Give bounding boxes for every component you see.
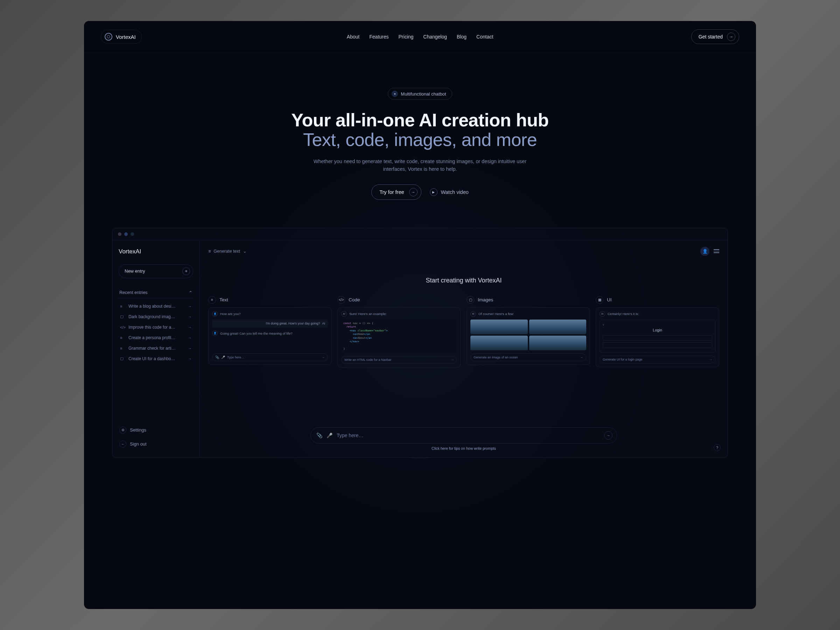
mic-icon: 🎤 [327,433,333,438]
text-icon: ≡ [208,296,216,304]
arrow-right-icon: → [188,346,192,351]
card-header-text: ≡ Text [208,296,332,304]
user-avatar-icon: 👤 [212,311,218,317]
recent-entries-list: ≡ Write a blog about desi… → ▢ Dark back… [118,302,193,364]
send-button[interactable]: → [604,431,613,440]
app-preview: VortexAI New entry + Recent entries ⌃ ≡ … [112,228,728,458]
entry-item[interactable]: ▢ Create UI for a dashbo… → [118,354,193,364]
sidebar-footer: ⚙ Settings ← Sign out [118,418,193,450]
user-avatar[interactable]: 👤 [700,247,709,256]
entry-item[interactable]: ≡ Grammar check for arti… → [118,343,193,353]
nav-blog[interactable]: Blog [457,34,467,39]
plus-icon: + [182,267,190,275]
hero-description: Whether you need to generate text, write… [311,158,529,173]
signout-button[interactable]: ← Sign out [118,439,193,450]
text-icon: ≡ [120,304,125,308]
card-input[interactable]: 📎 🎤 Type here… → [212,354,328,361]
entry-item[interactable]: </> Improve this code for a… → [118,322,193,332]
text-icon: ≡ [120,336,125,340]
nav-features[interactable]: Features [369,34,388,39]
placeholder: Generate UI for a login page [603,358,643,361]
ui-card[interactable]: AI Certainly! Here's it is: ‹ Login Gene… [596,307,719,367]
recent-entries-label: Recent entries [119,290,148,295]
nav-about[interactable]: About [347,34,360,39]
try-for-free-button[interactable]: Try for free → [371,185,421,200]
hero-badge-text: Multifunctional chatbot [401,92,446,96]
get-started-button[interactable]: Get started → [691,29,739,44]
nav-contact[interactable]: Contact [476,34,493,39]
main-nav: About Features Pricing Changelog Blog Co… [347,34,494,39]
text-icon: ≡ [120,346,125,351]
menu-icon[interactable] [714,249,719,253]
recent-entries-header[interactable]: Recent entries ⌃ [118,287,193,298]
sidebar: VortexAI New entry + Recent entries ⌃ ≡ … [112,240,200,458]
prompt-tip: Click here for tips on how write prompts [208,446,719,450]
composer-input[interactable]: 📎 🎤 Type here… → [311,427,617,444]
new-entry-button[interactable]: New entry + [118,264,193,278]
card-title: UI [607,297,612,302]
chat-msg: AI Sure! Here's an example: [341,311,457,317]
image-thumb [529,336,587,351]
code-preview: const nav = () => { return ( <nav classN… [341,319,457,353]
msg-text: I'm doing great. How's your day going? [266,322,320,326]
entry-label: Improve this code for a… [128,325,185,330]
placeholder: Type here… [227,355,244,359]
entry-item[interactable]: ▢ Dark background imag… → [118,312,193,322]
mode-selector[interactable]: ≡ Generate text ⌄ [208,248,247,254]
nav-pricing[interactable]: Pricing [399,34,414,39]
arrow-right-icon: → [580,355,583,359]
card-input[interactable]: Write an HTML code for a Navbar → [341,356,457,364]
user-avatar-icon: 👤 [212,330,218,336]
brand-name: VortexAI [116,34,136,40]
page-frame: VortexAI About Features Pricing Changelo… [84,21,756,609]
settings-label: Settings [130,427,146,433]
nav-changelog[interactable]: Changelog [423,34,447,39]
get-started-label: Get started [699,34,723,39]
try-for-free-label: Try for free [379,189,404,195]
card-title: Images [478,297,493,302]
ai-avatar-icon: AI [471,311,476,317]
new-entry-label: New entry [125,268,145,274]
chat-msg: AI Certainly! Here's it is: [600,311,715,317]
arrow-right-icon: → [409,188,418,196]
chat-msg: I'm doing great. How's your day going? A… [212,319,328,328]
entry-item[interactable]: ≡ Create a persona profil… → [118,333,193,343]
sparkle-icon: ✦ [392,91,398,97]
entry-item[interactable]: ≡ Write a blog about desi… → [118,302,193,311]
code-icon: </> [337,296,345,304]
brand-badge[interactable]: VortexAI [101,30,142,44]
tip-link[interactable]: here [441,446,448,450]
window-dot-max [131,232,134,236]
field-preview [603,342,712,348]
image-grid [471,319,586,351]
images-card[interactable]: AI Of course! Here's a few: Generate an [467,307,590,365]
chat-msg: AI Of course! Here's a few: [471,311,586,317]
chevron-up-icon: ⌃ [189,290,193,295]
watch-video-button[interactable]: ▶ Watch video [430,188,469,196]
msg-text: Sure! Here's an example: [349,312,387,316]
image-thumb [471,319,528,334]
brand-logo-icon [105,33,112,41]
hero-badge: ✦ Multifunctional chatbot [388,88,452,100]
main-title: Start creating with VortexAI [208,277,719,284]
chevron-down-icon: ⌄ [243,248,247,254]
gear-icon: ⚙ [119,427,126,434]
arrow-right-icon: → [188,325,192,329]
card-input[interactable]: Generate an image of an ocean → [471,354,586,361]
placeholder: Write an HTML code for a Navbar [344,358,391,362]
card-input[interactable]: Generate UI for a login page → [600,355,715,363]
arrow-right-icon: → [188,357,192,361]
msg-text: Certainly! Here's it is: [608,312,639,316]
help-button[interactable]: ? [714,444,721,451]
hero-title: Your all-in-one AI creation hub [98,109,742,131]
card-title: Text [219,297,228,302]
settings-button[interactable]: ⚙ Settings [118,425,193,436]
code-card[interactable]: AI Sure! Here's an example: const nav = … [337,307,461,368]
arrow-right-icon: → [188,336,192,340]
main-panel: ≡ Generate text ⌄ 👤 Start creating with … [200,240,728,458]
image-thumb [529,319,587,334]
window-dot-close [118,232,122,236]
arrow-right-icon: → [322,355,325,359]
text-card[interactable]: 👤 How are you? I'm doing great. How's yo… [208,307,332,365]
placeholder: Generate an image of an ocean [474,355,518,359]
